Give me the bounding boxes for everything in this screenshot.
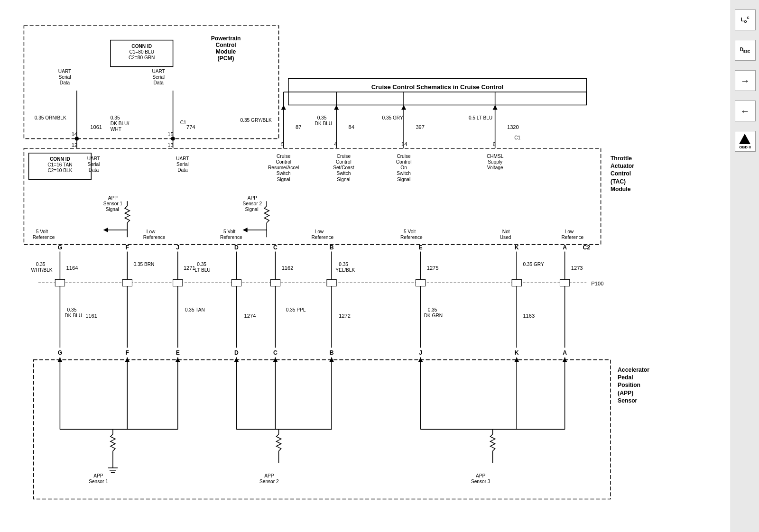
svg-text:Position: Position — [618, 382, 640, 388]
next-button[interactable]: → — [735, 70, 756, 91]
svg-text:G: G — [58, 350, 62, 357]
svg-rect-162 — [327, 279, 336, 286]
svg-text:Not: Not — [502, 229, 510, 234]
svg-text:C1: C1 — [514, 135, 520, 140]
svg-text:Reference: Reference — [220, 235, 242, 240]
svg-text:Sensor 3: Sensor 3 — [471, 479, 491, 484]
svg-text:Control: Control — [336, 159, 352, 165]
svg-text:14: 14 — [72, 131, 77, 137]
svg-text:Reference: Reference — [33, 235, 55, 240]
svg-text:Control: Control — [276, 159, 291, 165]
svg-text:LT BLU: LT BLU — [194, 267, 210, 273]
svg-text:On: On — [400, 165, 407, 170]
svg-text:13: 13 — [167, 142, 173, 148]
svg-rect-163 — [416, 279, 425, 286]
svg-rect-164 — [512, 279, 521, 286]
svg-text:YEL/BLK: YEL/BLK — [335, 267, 355, 273]
desc-button[interactable]: DESC — [735, 40, 756, 61]
svg-text:Sensor: Sensor — [618, 397, 637, 404]
svg-text:Cruise: Cruise — [277, 154, 291, 159]
svg-text:J: J — [176, 244, 179, 251]
svg-text:15: 15 — [167, 131, 173, 137]
svg-text:Switch: Switch — [336, 171, 351, 176]
svg-text:Control: Control — [396, 159, 412, 165]
svg-text:Pedal: Pedal — [618, 374, 633, 381]
svg-text:1164: 1164 — [66, 265, 78, 271]
svg-text:WHT: WHT — [111, 127, 121, 132]
svg-text:Serial: Serial — [176, 162, 189, 167]
svg-text:C: C — [273, 244, 278, 251]
svg-text:CHMSL: CHMSL — [487, 154, 504, 159]
svg-text:DK BLU: DK BLU — [65, 313, 83, 318]
svg-rect-165 — [560, 279, 569, 286]
svg-text:1274: 1274 — [244, 313, 256, 319]
toolbar-sidebar: LOC DESC → ← OBD II — [731, 0, 759, 532]
svg-text:CONN ID: CONN ID — [50, 156, 70, 162]
svg-text:0.35: 0.35 — [67, 307, 77, 312]
svg-text:APP: APP — [248, 195, 258, 201]
svg-text:Data: Data — [60, 80, 70, 85]
svg-text:4: 4 — [334, 141, 337, 147]
svg-text:D: D — [234, 244, 239, 251]
svg-text:(TAC): (TAC) — [611, 178, 626, 185]
svg-text:12: 12 — [72, 142, 77, 148]
svg-text:Control: Control — [611, 170, 631, 177]
svg-text:1275: 1275 — [427, 265, 439, 271]
svg-text:1272: 1272 — [339, 313, 351, 319]
svg-rect-158 — [122, 279, 132, 286]
svg-text:Accelerator: Accelerator — [618, 367, 649, 373]
svg-text:5 Volt: 5 Volt — [36, 229, 48, 234]
svg-text:Signal: Signal — [397, 177, 410, 182]
svg-text:1163: 1163 — [523, 313, 535, 319]
svg-text:0.35: 0.35 — [111, 115, 120, 120]
svg-text:Data: Data — [89, 167, 99, 173]
svg-text:C: C — [273, 350, 278, 357]
svg-text:C1=80 BLU: C1=80 BLU — [129, 49, 154, 55]
svg-text:C2: C2 — [583, 244, 590, 251]
svg-text:Switch: Switch — [277, 171, 291, 176]
svg-text:Low: Low — [147, 229, 156, 234]
svg-text:Signal: Signal — [277, 177, 290, 182]
svg-text:UART: UART — [176, 156, 189, 161]
svg-text:0.35: 0.35 — [197, 262, 206, 267]
svg-text:0.35 GRY/BLK: 0.35 GRY/BLK — [240, 118, 271, 123]
svg-text:Set/Coast: Set/Coast — [333, 165, 354, 170]
svg-rect-157 — [55, 279, 65, 286]
svg-point-243 — [75, 137, 79, 140]
loc-button[interactable]: LOC — [735, 9, 756, 30]
svg-text:Supply: Supply — [488, 159, 503, 165]
svg-text:0.35 ORN/BLK: 0.35 ORN/BLK — [35, 115, 66, 120]
svg-text:Serial: Serial — [152, 74, 165, 80]
svg-text:0.35 TAN: 0.35 TAN — [185, 307, 205, 312]
svg-text:Cruise: Cruise — [337, 154, 351, 159]
svg-text:C1: C1 — [180, 120, 186, 125]
svg-text:Control: Control — [215, 42, 236, 48]
svg-text:Used: Used — [500, 235, 511, 240]
svg-text:Sensor 1: Sensor 1 — [103, 201, 123, 206]
svg-text:14: 14 — [401, 141, 407, 147]
svg-text:5 Volt: 5 Volt — [404, 229, 416, 234]
svg-rect-159 — [173, 279, 183, 286]
svg-text:C2=10 BLK: C2=10 BLK — [47, 168, 72, 173]
svg-text:Signal: Signal — [337, 177, 350, 182]
obd-button[interactable]: OBD II — [735, 131, 756, 152]
svg-text:397: 397 — [416, 124, 425, 130]
svg-text:K: K — [515, 350, 519, 357]
svg-text:Data: Data — [177, 167, 188, 173]
svg-text:774: 774 — [186, 124, 195, 130]
svg-text:E: E — [418, 244, 422, 251]
prev-button[interactable]: ← — [735, 101, 756, 121]
svg-text:WHT/BLK: WHT/BLK — [31, 267, 53, 273]
svg-text:Low: Low — [565, 229, 574, 234]
svg-text:0.35: 0.35 — [428, 307, 437, 312]
svg-text:C1=16 TAN: C1=16 TAN — [47, 162, 72, 167]
svg-text:B: B — [330, 350, 334, 357]
svg-text:A: A — [563, 244, 567, 251]
svg-text:6: 6 — [493, 141, 496, 147]
svg-text:K: K — [515, 244, 519, 251]
svg-text:E: E — [176, 350, 180, 357]
svg-text:APP: APP — [264, 473, 274, 478]
main-content: Cruise Control Schematics in Cruise Cont… — [0, 0, 731, 532]
loc-icon: LOC — [740, 16, 749, 24]
arrow-left-icon: ← — [740, 106, 750, 117]
